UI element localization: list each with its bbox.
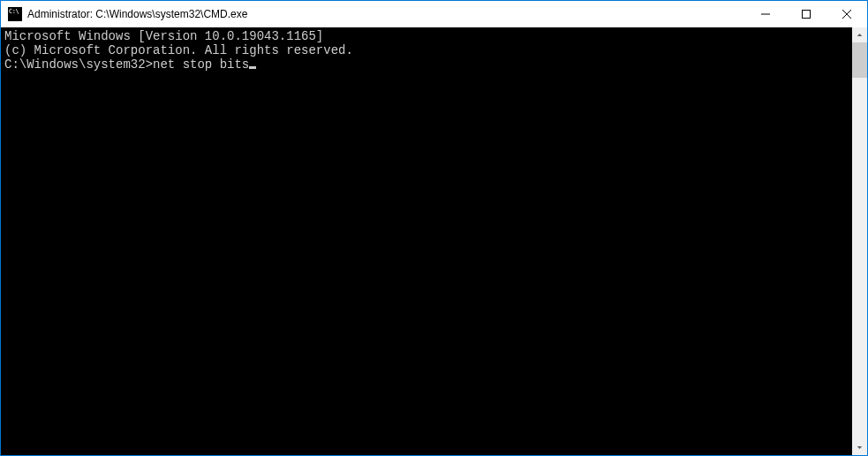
client-area: Microsoft Windows [Version 10.0.19043.11… bbox=[1, 27, 867, 455]
cursor-icon bbox=[249, 66, 256, 69]
window-controls bbox=[745, 1, 867, 27]
version-line: Microsoft Windows [Version 10.0.19043.11… bbox=[4, 29, 852, 43]
maximize-icon bbox=[802, 10, 811, 19]
scroll-up-button[interactable] bbox=[852, 27, 867, 42]
maximize-button[interactable] bbox=[786, 1, 826, 27]
minimize-icon bbox=[761, 10, 770, 19]
cmd-window: Administrator: C:\Windows\system32\CMD.e… bbox=[1, 1, 867, 455]
cmd-icon bbox=[8, 7, 22, 21]
prompt-line: C:\Windows\system32>net stop bits bbox=[4, 57, 852, 72]
chevron-up-icon bbox=[857, 32, 863, 38]
copyright-line: (c) Microsoft Corporation. All rights re… bbox=[4, 43, 852, 57]
scrollbar-track[interactable] bbox=[852, 42, 867, 440]
command-text: net stop bits bbox=[153, 57, 249, 72]
scroll-down-button[interactable] bbox=[852, 440, 867, 455]
titlebar[interactable]: Administrator: C:\Windows\system32\CMD.e… bbox=[1, 1, 867, 27]
scrollbar-thumb[interactable] bbox=[852, 42, 867, 78]
chevron-down-icon bbox=[857, 445, 863, 451]
window-title: Administrator: C:\Windows\system32\CMD.e… bbox=[27, 8, 745, 20]
minimize-button[interactable] bbox=[745, 1, 786, 27]
prompt-text: C:\Windows\system32> bbox=[4, 57, 153, 72]
close-icon bbox=[842, 10, 851, 19]
terminal-output[interactable]: Microsoft Windows [Version 10.0.19043.11… bbox=[1, 27, 852, 455]
close-button[interactable] bbox=[826, 1, 867, 27]
svg-rect-0 bbox=[803, 11, 811, 19]
vertical-scrollbar[interactable] bbox=[852, 27, 867, 455]
